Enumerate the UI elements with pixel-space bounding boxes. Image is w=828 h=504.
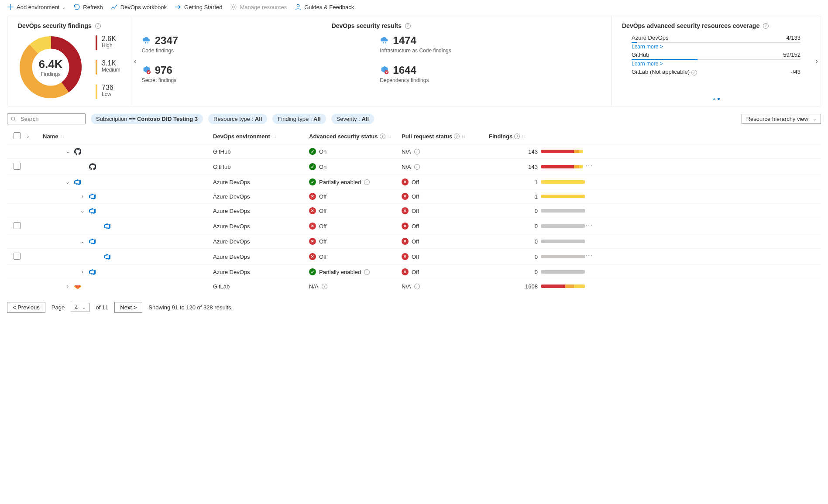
row-more-button[interactable]: ⋮ xyxy=(585,222,593,229)
table-row[interactable]: GitHub On N/A i 143 ⋮ xyxy=(7,158,821,175)
github-icon xyxy=(89,163,96,170)
expand-toggle[interactable]: ⌄ xyxy=(79,238,86,244)
col-findings[interactable]: Findingsi↑↓ xyxy=(489,133,585,140)
env-cell: GitHub xyxy=(213,148,309,155)
row-more-button[interactable]: ⋮ xyxy=(585,162,593,170)
filter-pill-finding-type[interactable]: Finding type : All xyxy=(272,114,326,124)
info-icon[interactable]: i xyxy=(454,134,460,139)
plus-icon xyxy=(7,3,14,10)
page-select[interactable]: 4⌄ xyxy=(71,303,89,312)
add-environment-button[interactable]: Add environment ⌄ xyxy=(7,3,65,10)
table-row[interactable]: Azure DevOps Off Off 0 ⋮ xyxy=(7,218,821,234)
findings-bar xyxy=(541,255,585,258)
info-icon[interactable]: i xyxy=(414,284,420,289)
learn-more-link[interactable]: Learn more > xyxy=(632,44,663,50)
next-page-button[interactable]: Next > xyxy=(114,302,142,313)
col-env[interactable]: DevOps environment↑↓ xyxy=(213,133,309,140)
sort-icon: ↑↓ xyxy=(387,134,392,139)
prev-page-button[interactable]: < Previous xyxy=(7,302,45,313)
manage-resources-label: Manage resources xyxy=(240,4,287,10)
result-item[interactable]: 1644 Dependency findings xyxy=(380,64,601,83)
expand-toggle[interactable]: › xyxy=(79,193,86,199)
medium-label: Medium xyxy=(102,67,120,73)
result-icon xyxy=(380,36,389,45)
findings-total: 6.4K xyxy=(39,58,63,71)
table-row[interactable]: ⌄ Azure DevOps Off Off 0 xyxy=(7,234,821,248)
info-icon[interactable]: i xyxy=(364,269,370,275)
findings-cell: 0 xyxy=(489,254,585,260)
status-on-icon xyxy=(309,163,316,170)
info-icon[interactable]: i xyxy=(414,164,420,170)
search-input[interactable] xyxy=(20,115,82,123)
findings-cell: 0 xyxy=(489,238,585,245)
getting-started-button[interactable]: Getting Started xyxy=(175,3,222,10)
info-icon[interactable]: i xyxy=(380,134,385,139)
findings-bar xyxy=(541,209,585,213)
findings-cell: 0 xyxy=(489,223,585,230)
col-pr[interactable]: Pull request statusi↑↓ xyxy=(402,133,489,140)
env-cell: Azure DevOps xyxy=(213,193,309,200)
result-item[interactable]: 976 Secret findings xyxy=(142,64,363,83)
expand-toggle[interactable]: › xyxy=(65,283,71,289)
advanced-status-cell: Partially enabled i xyxy=(309,178,402,185)
filter-pill-resource-type[interactable]: Resource type : All xyxy=(208,114,267,124)
info-icon[interactable]: i xyxy=(95,23,101,29)
carousel-next-button[interactable]: › xyxy=(812,56,821,66)
advanced-status-cell: On xyxy=(309,163,402,170)
guides-label: Guides & Feedback xyxy=(304,4,354,10)
svg-point-0 xyxy=(233,6,235,8)
advanced-status-cell: Off xyxy=(309,207,402,214)
carousel-dots xyxy=(622,92,810,100)
carousel-prev-button[interactable]: ‹ xyxy=(131,56,140,66)
table-row[interactable]: › GitLab N/A i N/A i 1608 xyxy=(7,279,821,293)
expand-all-button[interactable]: › xyxy=(27,134,43,140)
person-icon xyxy=(295,3,302,10)
info-icon[interactable]: i xyxy=(322,284,327,289)
filter-pill-subscription[interactable]: Subscription == Contoso DfD Testing 3 xyxy=(91,114,203,124)
result-item[interactable]: 2347 Code findings xyxy=(142,34,363,54)
result-item[interactable]: 1474 Infrastructure as Code findings xyxy=(380,34,601,54)
high-count: 2.6K xyxy=(102,35,116,42)
info-icon[interactable]: i xyxy=(414,149,420,154)
table-row[interactable]: › Azure DevOps Off Off 1 xyxy=(7,189,821,203)
view-dropdown[interactable]: Resource hierarchy view⌄ xyxy=(742,114,821,124)
refresh-button[interactable]: Refresh xyxy=(73,3,103,10)
status-on-icon xyxy=(309,148,316,155)
search-input-wrapper[interactable] xyxy=(7,113,86,124)
carousel-dot[interactable] xyxy=(718,98,720,100)
expand-toggle[interactable]: ⌄ xyxy=(65,148,71,154)
table-row[interactable]: Azure DevOps Off Off 0 ⋮ xyxy=(7,248,821,264)
learn-more-link[interactable]: Learn more > xyxy=(632,61,663,67)
row-checkbox[interactable] xyxy=(14,163,21,170)
env-cell: Azure DevOps xyxy=(213,238,309,245)
findings-donut: 6.4K Findings xyxy=(18,34,83,100)
table-row[interactable]: ⌄ GitHub On N/A i 143 xyxy=(7,144,821,158)
findings-bar xyxy=(541,285,585,288)
devops-workbook-button[interactable]: DevOps workbook xyxy=(111,3,167,10)
row-checkbox[interactable] xyxy=(14,253,21,260)
info-icon[interactable]: i xyxy=(514,134,520,139)
expand-toggle[interactable]: ⌄ xyxy=(79,208,86,214)
select-all-checkbox[interactable] xyxy=(14,132,21,139)
result-count: 2347 xyxy=(155,34,178,47)
carousel-dot[interactable] xyxy=(713,98,715,100)
arrow-right-icon xyxy=(175,3,182,10)
table-row[interactable]: › Azure DevOps Partially enabled i Off 0 xyxy=(7,264,821,279)
expand-toggle[interactable]: › xyxy=(79,269,86,275)
info-icon[interactable]: i xyxy=(763,23,769,29)
gitlab-icon xyxy=(74,283,81,290)
guides-feedback-button[interactable]: Guides & Feedback xyxy=(295,3,354,10)
table-row[interactable]: ⌄ Azure DevOps Partially enabled i Off 1 xyxy=(7,175,821,189)
filter-pill-severity[interactable]: Severity : All xyxy=(331,114,374,124)
col-advanced[interactable]: Advanced security statusi↑↓ xyxy=(309,133,402,140)
coverage-name: GitLab (Not applicable) i xyxy=(632,69,697,75)
info-icon[interactable]: i xyxy=(405,23,411,29)
expand-toggle[interactable]: ⌄ xyxy=(65,179,71,185)
info-icon[interactable]: i xyxy=(691,70,697,75)
col-name[interactable]: Name↑↓ xyxy=(43,133,213,140)
info-icon[interactable]: i xyxy=(364,179,370,185)
row-checkbox[interactable] xyxy=(14,222,21,229)
table-row[interactable]: ⌄ Azure DevOps Off Off 0 xyxy=(7,203,821,218)
findings-card: DevOps security findings i 6.4K Findings xyxy=(7,16,131,106)
row-more-button[interactable]: ⋮ xyxy=(585,252,593,260)
